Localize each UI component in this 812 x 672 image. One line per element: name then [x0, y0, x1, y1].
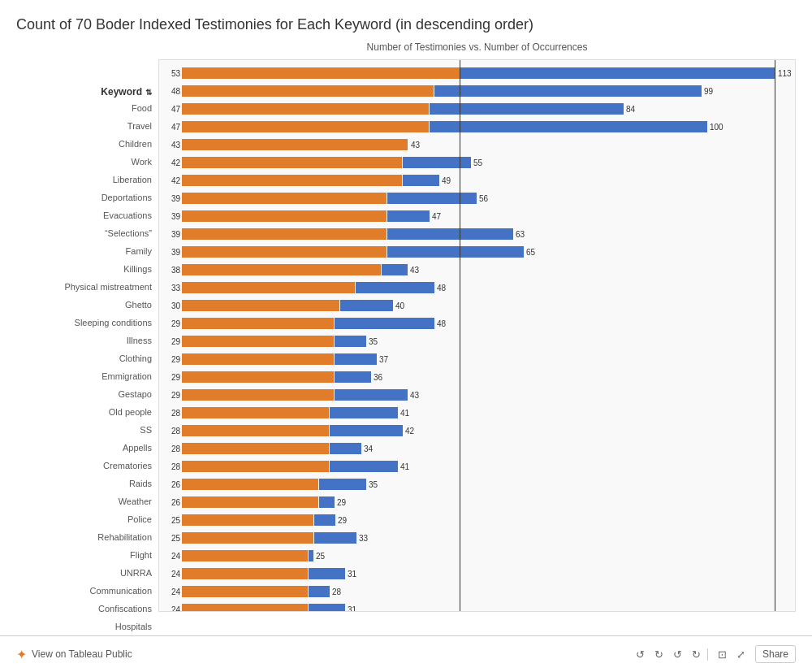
bar-blue	[434, 85, 702, 97]
bar-blue	[330, 407, 398, 418]
expand-icon[interactable]: ⤢	[736, 648, 745, 661]
back-icon[interactable]: ↺	[673, 648, 682, 661]
bar-track: 63	[182, 228, 795, 241]
bar-left-value: 28	[159, 462, 182, 471]
share-button[interactable]: Share	[755, 645, 796, 663]
bar-blue	[335, 371, 371, 383]
bars-area: 53 113 48 99 47 84 47 100 43	[158, 59, 796, 612]
y-label: Flight	[16, 546, 158, 564]
y-label: Evacuations	[16, 206, 158, 224]
bar-left-value: 39	[159, 194, 182, 203]
bar-orange	[182, 586, 308, 597]
bar-left-value: 39	[159, 212, 182, 221]
bar-left-value: 29	[159, 355, 182, 364]
keyword-header: Keyword ⇅	[16, 86, 158, 98]
bar-blue	[319, 496, 335, 508]
bar-track: 55	[182, 156, 795, 169]
bar-blue	[387, 246, 524, 258]
bar-right-value: 55	[473, 158, 482, 167]
bar-blue	[309, 568, 345, 579]
footer-left: ✦ View on Tableau Public	[16, 647, 132, 662]
bar-right-value: 63	[516, 230, 525, 239]
bar-right-value: 41	[400, 409, 409, 418]
bar-row: 53 113	[159, 64, 795, 82]
bar-right-value: 31	[348, 570, 356, 579]
bar-track: 41	[182, 460, 795, 473]
bar-blue	[330, 425, 403, 436]
bar-track: 37	[182, 353, 795, 366]
chart-subtitle: Number of Testimonies vs. Number of Occu…	[158, 41, 796, 53]
y-label: Ghetto	[16, 296, 158, 314]
bar-row: 26 35	[159, 475, 795, 493]
bar-right-value: 48	[437, 284, 446, 293]
y-label: Physical mistreatment	[16, 278, 158, 296]
undo-icon[interactable]: ↺	[636, 648, 645, 661]
bar-orange	[182, 193, 387, 204]
bar-left-value: 24	[159, 570, 182, 579]
bar-right-value: 41	[400, 462, 409, 471]
bar-track: 48	[182, 281, 795, 294]
bar-orange	[182, 371, 334, 383]
bar-left-value: 33	[159, 284, 182, 293]
bar-right-value: 36	[374, 373, 382, 382]
bar-right-value: 25	[316, 552, 325, 561]
bar-track: 33	[182, 531, 795, 544]
bar-orange	[182, 103, 429, 115]
bar-orange	[182, 532, 313, 544]
bar-track: 41	[182, 406, 795, 419]
forward-icon[interactable]: ↻	[692, 648, 708, 661]
bar-row: 25 33	[159, 529, 795, 547]
bar-track: 113	[182, 67, 795, 80]
bar-row: 24 31	[159, 565, 795, 583]
y-label: Raids	[16, 475, 158, 492]
monitor-icon[interactable]: ⊡	[718, 648, 727, 661]
bar-right-value: 43	[410, 391, 419, 400]
bar-track: 43	[182, 138, 795, 151]
bar-track: 28	[182, 585, 795, 598]
y-label: Liberation	[16, 171, 158, 189]
bar-orange	[182, 282, 355, 293]
bar-left-value: 29	[159, 319, 182, 328]
redo-icon[interactable]: ↻	[654, 648, 663, 661]
bar-left-value: 24	[159, 552, 182, 561]
bar-right-value: 34	[364, 444, 373, 453]
bar-orange	[182, 604, 308, 612]
chart-title: Count of 70 Boder Indexed Testimonies fo…	[16, 16, 796, 33]
bar-orange	[182, 157, 402, 168]
bar-left-value: 29	[159, 337, 182, 346]
chart-container: Keyword ⇅ FoodTravelChildrenWorkLiberati…	[16, 41, 796, 635]
bar-track: 35	[182, 335, 795, 348]
bar-blue	[330, 443, 361, 454]
y-label: Confiscations	[16, 600, 158, 618]
bar-orange	[182, 85, 434, 97]
bar-blue	[335, 336, 366, 347]
bar-right-value: 35	[369, 337, 378, 346]
sort-icon: ⇅	[145, 88, 152, 97]
bar-blue	[387, 228, 513, 240]
bar-left-value: 39	[159, 230, 182, 239]
y-label: Sleeping conditions	[16, 314, 158, 332]
y-label: Food	[16, 99, 158, 117]
keyword-label: Keyword	[101, 86, 142, 98]
bar-orange	[182, 67, 460, 79]
tableau-link[interactable]: View on Tableau Public	[32, 648, 132, 660]
page-container: Count of 70 Boder Indexed Testimonies fo…	[0, 0, 812, 672]
bar-track: 31	[182, 567, 795, 580]
bar-orange	[182, 550, 308, 561]
bar-row: 42 55	[159, 154, 795, 171]
bar-row: 29 35	[159, 332, 795, 350]
bar-row: 29 36	[159, 368, 795, 386]
bar-row: 24 31	[159, 600, 795, 612]
bar-orange	[182, 139, 408, 150]
y-label: Illness	[16, 332, 158, 349]
bar-row: 28 41	[159, 457, 795, 475]
y-label: Old people	[16, 403, 158, 421]
bar-right-value: 35	[369, 480, 378, 489]
bar-orange	[182, 461, 329, 472]
bar-track: 56	[182, 192, 795, 205]
full-chart: Number of Testimonies vs. Number of Occu…	[158, 41, 796, 635]
bar-track: 34	[182, 442, 795, 455]
y-label: Family	[16, 242, 158, 260]
bar-right-value: 56	[479, 194, 488, 203]
bar-track: 35	[182, 478, 795, 491]
